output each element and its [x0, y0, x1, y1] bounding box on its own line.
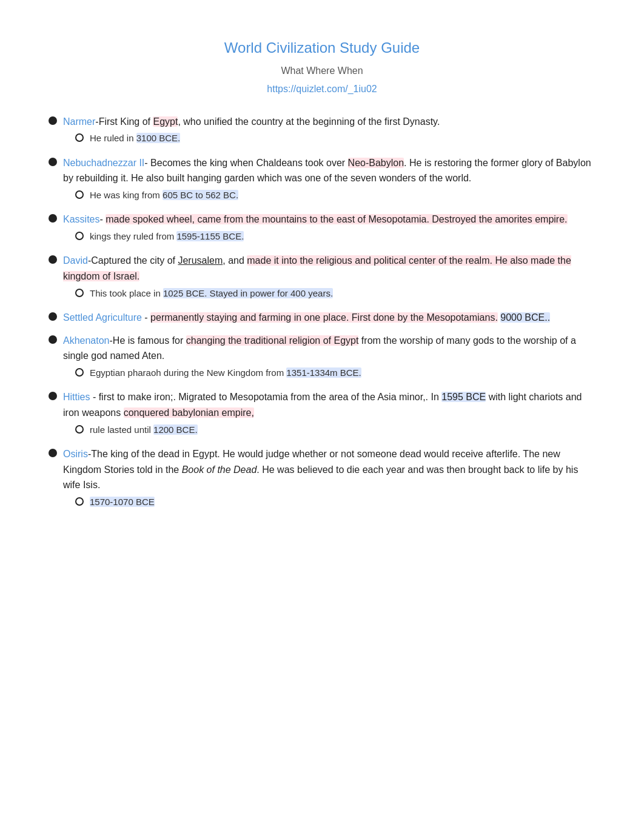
sub-list: He ruled in 3100 BCE.: [75, 132, 595, 146]
bullet-dot: [49, 449, 57, 457]
item-content: Nebuchadnezzar II- Becomes the king when…: [63, 155, 595, 205]
term-david[interactable]: David: [63, 255, 88, 266]
item-text: Kassites- made spoked wheel, came from t…: [63, 214, 568, 224]
item-content: Osiris-The king of the dead in Egypt. He…: [63, 446, 595, 511]
sub-text: 1570-1070 BCE: [90, 495, 155, 509]
list-item: Akhenaton-He is famous for changing the …: [49, 333, 595, 383]
item-text: Osiris-The king of the dead in Egypt. He…: [63, 449, 578, 490]
sub-list: This took place in 1025 BCE. Stayed in p…: [75, 287, 595, 301]
term-nebuchadnezzar[interactable]: Nebuchadnezzar II: [63, 158, 144, 168]
term-narmer[interactable]: Narmer: [63, 116, 95, 127]
sub-text: This took place in 1025 BCE. Stayed in p…: [90, 287, 333, 301]
term-hitties[interactable]: Hitties: [63, 392, 90, 402]
sub-list: kings they ruled from 1595-1155 BCE.: [75, 230, 595, 244]
term-settled-agriculture[interactable]: Settled Agriculture: [63, 312, 142, 323]
bullet-dot: [49, 158, 57, 166]
sub-item: kings they ruled from 1595-1155 BCE.: [75, 230, 595, 244]
item-text: Narmer-First King of Egypt, who unified …: [63, 116, 440, 127]
sub-text: rule lasted until 1200 BCE.: [90, 423, 198, 437]
item-text: Hitties - first to make iron;. Migrated …: [63, 392, 582, 418]
sub-item: rule lasted until 1200 BCE.: [75, 423, 595, 437]
item-content: David-Captured the city of Jerusalem, an…: [63, 253, 595, 303]
sub-text: He ruled in 3100 BCE.: [90, 132, 180, 146]
quizlet-link[interactable]: https://quizlet.com/_1iu02: [267, 84, 377, 94]
item-content: Kassites- made spoked wheel, came from t…: [63, 212, 595, 246]
sub-text: Egyptian pharaoh during the New Kingdom …: [90, 366, 361, 380]
circle-bullet: [75, 425, 84, 434]
circle-bullet: [75, 133, 84, 142]
circle-bullet: [75, 289, 84, 297]
sub-item: 1570-1070 BCE: [75, 495, 595, 509]
term-akhenaton[interactable]: Akhenaton: [63, 335, 110, 346]
sub-list: 1570-1070 BCE: [75, 495, 595, 509]
item-text: Nebuchadnezzar II- Becomes the king when…: [63, 158, 591, 184]
circle-bullet: [75, 232, 84, 240]
circle-bullet: [75, 190, 84, 199]
term-kassites[interactable]: Kassites: [63, 214, 99, 224]
list-item: Osiris-The king of the dead in Egypt. He…: [49, 446, 595, 511]
list-item: David-Captured the city of Jerusalem, an…: [49, 253, 595, 303]
sub-item: He was king from 605 BC to 562 BC.: [75, 189, 595, 203]
main-list: Narmer-First King of Egypt, who unified …: [49, 114, 595, 512]
bullet-dot: [49, 335, 57, 344]
circle-bullet: [75, 368, 84, 377]
item-content: Narmer-First King of Egypt, who unified …: [63, 114, 595, 148]
sub-item: He ruled in 3100 BCE.: [75, 132, 595, 146]
list-item: Kassites- made spoked wheel, came from t…: [49, 212, 595, 246]
list-item: Hitties - first to make iron;. Migrated …: [49, 389, 595, 439]
bullet-dot: [49, 214, 57, 223]
list-item: Nebuchadnezzar II- Becomes the king when…: [49, 155, 595, 205]
bullet-dot: [49, 312, 57, 321]
circle-bullet: [75, 497, 84, 506]
item-text: Akhenaton-He is famous for changing the …: [63, 335, 576, 361]
sub-list: rule lasted until 1200 BCE.: [75, 423, 595, 437]
item-content: Hitties - first to make iron;. Migrated …: [63, 389, 595, 439]
item-text: David-Captured the city of Jerusalem, an…: [63, 255, 571, 281]
item-text: Settled Agriculture - permanently stayin…: [63, 312, 550, 323]
page-title: World Civilization Study Guide: [49, 36, 595, 59]
sub-text: He was king from 605 BC to 562 BC.: [90, 189, 238, 203]
sub-text: kings they ruled from 1595-1155 BCE.: [90, 230, 244, 244]
sub-item: This took place in 1025 BCE. Stayed in p…: [75, 287, 595, 301]
list-item: Settled Agriculture - permanently stayin…: [49, 310, 595, 326]
sub-item: Egyptian pharaoh during the New Kingdom …: [75, 366, 595, 380]
bullet-dot: [49, 255, 57, 264]
page-subtitle: What Where When: [49, 63, 595, 79]
item-content: Akhenaton-He is famous for changing the …: [63, 333, 595, 383]
page-header: World Civilization Study Guide What Wher…: [49, 36, 595, 97]
list-item: Narmer-First King of Egypt, who unified …: [49, 114, 595, 148]
item-content: Settled Agriculture - permanently stayin…: [63, 310, 595, 326]
bullet-dot: [49, 392, 57, 400]
sub-list: Egyptian pharaoh during the New Kingdom …: [75, 366, 595, 380]
bullet-dot: [49, 116, 57, 125]
term-osiris[interactable]: Osiris: [63, 449, 88, 459]
sub-list: He was king from 605 BC to 562 BC.: [75, 189, 595, 203]
